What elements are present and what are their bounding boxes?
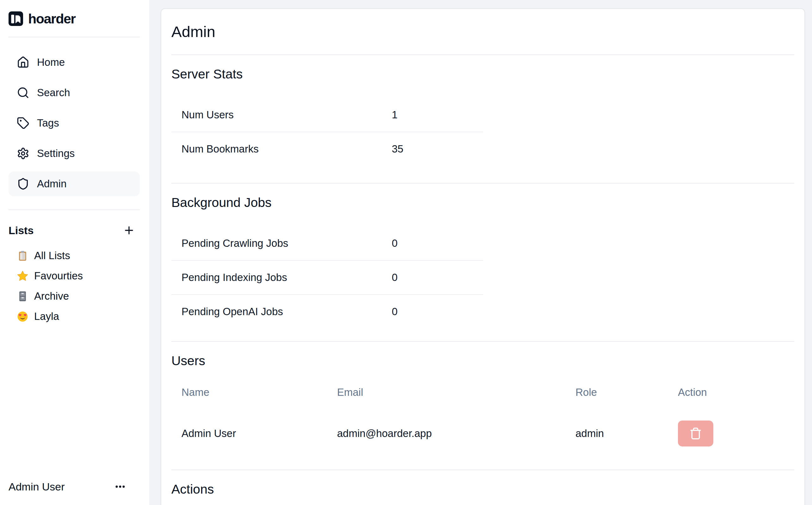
search-icon: [17, 87, 29, 99]
divider: [172, 341, 794, 342]
job-value: 0: [382, 295, 483, 328]
home-icon: [17, 56, 29, 69]
sidebar-item-label: Home: [37, 56, 65, 68]
column-header-email: Email: [327, 380, 565, 405]
column-header-action: Action: [668, 380, 794, 405]
column-header-role: Role: [565, 380, 668, 405]
sidebar-footer: Admin User: [9, 478, 140, 496]
list-item-label: Layla: [34, 310, 59, 322]
ellipsis-icon: [113, 480, 127, 494]
sidebar-divider: [9, 37, 140, 37]
table-row: Pending Crawling Jobs 0: [172, 226, 483, 260]
hoarder-logo-icon: [9, 11, 23, 26]
divider: [172, 183, 794, 183]
app-window: hoarder Home Search: [0, 0, 812, 505]
sidebar-item-label: Tags: [37, 117, 59, 129]
background-jobs-section: Background Jobs Pending Crawling Jobs 0 …: [172, 195, 794, 341]
tag-icon: [17, 117, 29, 129]
lists-title: Lists: [9, 224, 33, 237]
table-row: Num Users 1: [172, 98, 483, 132]
column-header-name: Name: [172, 380, 327, 405]
sidebar: hoarder Home Search: [0, 0, 149, 505]
lists: All Lists Favourties Archive: [9, 245, 140, 327]
job-label: Pending OpenAI Jobs: [172, 295, 382, 328]
server-stats-section: Server Stats Num Users 1 Num Bookmarks 3…: [172, 66, 794, 183]
list-item-archive[interactable]: Archive: [9, 286, 140, 306]
divider: [172, 470, 794, 470]
users-section: Users Name Email Role Action Admin User …: [172, 353, 794, 470]
lists-header: Lists: [9, 223, 140, 237]
server-stats-heading: Server Stats: [172, 66, 794, 81]
table-row: Admin User admin@hoarder.app admin: [172, 405, 794, 462]
app-title: hoarder: [28, 11, 75, 27]
sidebar-item-search[interactable]: Search: [9, 80, 140, 105]
list-item-label: Archive: [34, 290, 69, 302]
list-item-label: All Lists: [34, 249, 70, 262]
list-item-layla[interactable]: Layla: [9, 306, 140, 327]
app-logo[interactable]: hoarder: [9, 0, 140, 28]
users-table: Name Email Role Action Admin User admin@…: [172, 380, 794, 470]
sidebar-nav: Home Search Tags: [9, 50, 140, 196]
delete-user-button[interactable]: [678, 420, 713, 447]
user-action-cell: [668, 405, 794, 462]
stat-value: 35: [382, 132, 483, 166]
trash-icon: [689, 427, 702, 440]
stat-value: 1: [382, 98, 483, 132]
list-item-label: Favourties: [34, 270, 83, 282]
sidebar-item-label: Search: [37, 87, 70, 99]
sidebar-item-label: Settings: [37, 147, 75, 159]
table-header-row: Name Email Role Action: [172, 380, 794, 405]
sidebar-item-settings[interactable]: Settings: [9, 141, 140, 166]
server-stats-table: Num Users 1 Num Bookmarks 35: [172, 98, 483, 183]
admin-panel-card: Admin Server Stats Num Users 1 Num Bookm…: [161, 8, 805, 505]
plus-icon: [123, 224, 135, 236]
user-email-cell: admin@hoarder.app: [327, 405, 565, 462]
file-cabinet-emoji-icon: [17, 291, 28, 302]
background-jobs-table: Pending Crawling Jobs 0 Pending Indexing…: [172, 226, 483, 341]
heart-eyes-emoji-icon: [17, 311, 28, 322]
divider: [172, 54, 794, 55]
page-title: Admin: [172, 23, 794, 40]
list-item-favourites[interactable]: Favourties: [9, 266, 140, 286]
sidebar-item-admin[interactable]: Admin: [9, 171, 140, 196]
sidebar-item-tags[interactable]: Tags: [9, 111, 140, 135]
actions-section: Actions: [172, 482, 794, 497]
sidebar-item-home[interactable]: Home: [9, 50, 140, 75]
actions-heading: Actions: [172, 482, 794, 497]
table-row: Num Bookmarks 35: [172, 132, 483, 166]
stat-label: Num Users: [172, 98, 382, 132]
job-value: 0: [382, 226, 483, 260]
user-role-cell: admin: [565, 405, 668, 462]
star-emoji-icon: [17, 270, 28, 282]
gear-icon: [17, 147, 29, 160]
table-row: Pending OpenAI Jobs 0: [172, 295, 483, 328]
main-area: Admin Server Stats Num Users 1 Num Bookm…: [149, 0, 812, 505]
footer-user-name: Admin User: [9, 481, 65, 493]
sidebar-divider: [9, 209, 140, 210]
shield-icon: [17, 177, 29, 190]
job-value: 0: [382, 261, 483, 294]
stat-label: Num Bookmarks: [172, 132, 382, 166]
sidebar-item-label: Admin: [37, 178, 67, 190]
user-options-button[interactable]: [111, 478, 129, 496]
clipboard-emoji-icon: [17, 250, 28, 262]
list-item-all-lists[interactable]: All Lists: [9, 245, 140, 266]
users-heading: Users: [172, 353, 794, 368]
job-label: Pending Indexing Jobs: [172, 261, 382, 294]
add-list-button[interactable]: [122, 223, 136, 237]
table-row: Pending Indexing Jobs 0: [172, 261, 483, 294]
background-jobs-heading: Background Jobs: [172, 195, 794, 210]
user-name-cell: Admin User: [172, 405, 327, 462]
job-label: Pending Crawling Jobs: [172, 226, 382, 260]
